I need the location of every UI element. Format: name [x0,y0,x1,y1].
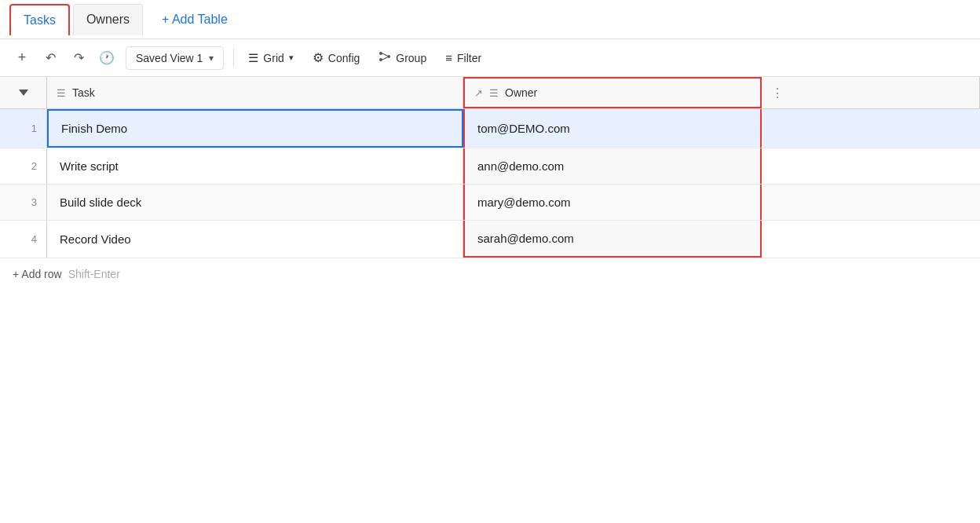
extra-cell-4 [762,221,980,258]
history-button[interactable]: 🕐 [94,46,119,71]
svg-line-3 [382,53,387,56]
svg-point-0 [379,52,382,55]
history-icon: 🕐 [99,50,115,65]
config-label: Config [328,52,360,64]
tab-tasks-label: Tasks [24,13,56,27]
task-cell-2[interactable]: Write script [47,148,463,184]
owner-column-header[interactable]: ↗ ☰ Owner [463,77,762,108]
extra-cell-1 [762,109,980,148]
toolbar: + ↶ ↷ 🕐 Saved View 1 ▾ ☰ Grid ▾ ⚙ Config [0,39,980,77]
grid-header: ☰ Task ↗ ☰ Owner ⋮ [0,77,980,109]
row-number-4: 4 [0,221,47,258]
extra-col-menu-icon: ⋮ [771,86,784,101]
task-cell-1[interactable]: Finish Demo [47,109,463,148]
group-icon [378,50,391,66]
owner-cell-3[interactable]: mary@demo.com [463,185,762,220]
task-col-label: Task [72,86,95,99]
owner-col-label: Owner [505,86,537,99]
row-expand-icon [17,86,30,99]
toolbar-divider-1 [233,49,234,68]
add-button[interactable]: + [9,46,35,71]
tab-tasks[interactable]: Tasks [9,4,70,35]
group-button[interactable]: Group [371,46,434,71]
saved-view-label: Saved View 1 [136,52,203,64]
filter-button[interactable]: ≡ Filter [437,46,489,69]
row-number-3: 3 [0,185,47,220]
row-number-header [0,77,47,108]
add-row-label: + Add row [13,268,62,280]
owner-col-sort-icon: ↗ [474,87,483,99]
table-row[interactable]: 2 Write script ann@demo.com [0,148,980,185]
add-table-button[interactable]: + Add Table [152,6,237,33]
group-label: Group [396,52,426,64]
redo-button[interactable]: ↷ [66,46,91,71]
table-row[interactable]: 3 Build slide deck mary@demo.com [0,185,980,221]
extra-cell-3 [762,185,980,220]
config-gear-icon: ⚙ [313,50,324,65]
dropdown-chevron-icon: ▾ [209,53,214,64]
tab-owners-label: Owners [86,13,130,27]
svg-line-4 [382,57,387,60]
tab-bar: Tasks Owners + Add Table [0,0,980,39]
svg-point-2 [387,55,390,58]
owner-cell-1[interactable]: tom@DEMO.com [463,109,762,148]
grid-lines-icon: ☰ [248,51,258,65]
undo-icon: ↶ [46,50,56,65]
add-row-bar[interactable]: + Add row Shift-Enter [0,258,980,290]
owner-cell-4[interactable]: sarah@demo.com [463,221,762,258]
owner-col-lines-icon: ☰ [489,87,499,99]
tab-owners[interactable]: Owners [73,4,143,35]
extra-cell-2 [762,148,980,184]
config-button[interactable]: ⚙ Config [305,46,368,70]
add-table-label: + Add Table [162,13,228,27]
task-col-lines-icon: ☰ [57,87,66,99]
grid-dropdown-icon: ▾ [289,53,294,63]
owner-cell-2[interactable]: ann@demo.com [463,148,762,184]
add-row-shortcut: Shift-Enter [68,268,120,280]
row-number-2: 2 [0,148,47,184]
task-cell-3[interactable]: Build slide deck [47,185,463,220]
table-row[interactable]: 4 Record Video sarah@demo.com [0,221,980,258]
undo-button[interactable]: ↶ [38,46,63,71]
task-cell-4[interactable]: Record Video [47,221,463,258]
grid-label: Grid [263,52,283,64]
redo-icon: ↷ [74,50,84,65]
saved-view-selector[interactable]: Saved View 1 ▾ [126,46,224,70]
grid: ☰ Task ↗ ☰ Owner ⋮ 1 Finish Demo tom@DEM… [0,77,980,290]
grid-view-button[interactable]: ☰ Grid ▾ [240,46,301,70]
table-row[interactable]: 1 Finish Demo tom@DEMO.com [0,109,980,148]
add-icon: + [18,49,27,66]
row-number-1: 1 [0,109,47,148]
filter-label: Filter [457,52,481,64]
task-column-header[interactable]: ☰ Task [47,77,463,108]
extra-column-header[interactable]: ⋮ [762,77,980,108]
svg-point-1 [379,58,382,61]
svg-marker-5 [19,90,28,96]
filter-icon: ≡ [445,51,452,64]
